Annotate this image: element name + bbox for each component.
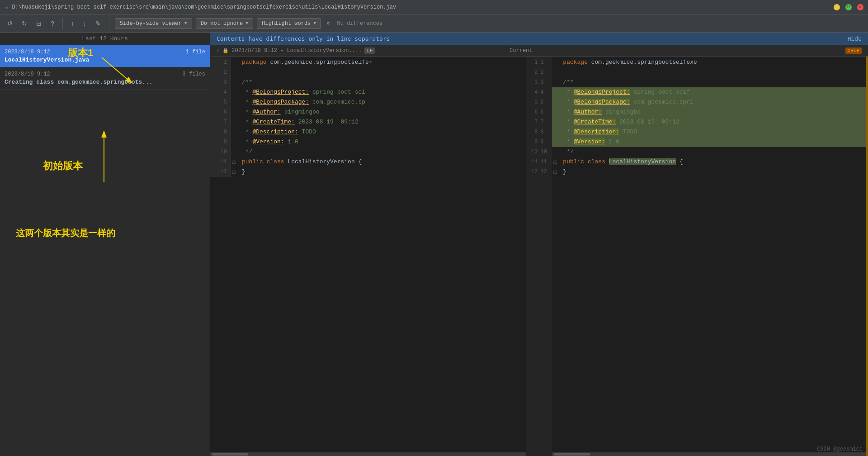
viewer-label: Side-by-side viewer — [120, 20, 182, 27]
history-item-1-header: 2023/8/19 9:12 1 file — [5, 49, 205, 55]
history-item-2[interactable]: 2023/8/19 9:12 3 files Creating class co… — [0, 67, 210, 90]
right-border-indicator — [866, 57, 868, 456]
left-marker-3 — [231, 77, 239, 87]
right-marker-6 — [552, 107, 560, 117]
hide-button[interactable]: Hide — [848, 35, 862, 42]
center-num-row-7: 77 — [526, 117, 552, 127]
highlight-dropdown-arrow: ▼ — [313, 21, 316, 26]
center-left-1: 1 — [534, 57, 538, 67]
left-code-area: 1 package com.geekmice.springbootselfe▾ … — [210, 57, 526, 452]
right-line-10: */ — [552, 147, 868, 157]
title-bar-path: D:\huasukeji\spring-boot-self-exercise\s… — [12, 4, 396, 10]
left-gutter-5: 5 — [210, 97, 231, 107]
left-gutter-2: 2 — [210, 67, 231, 77]
up-arrow-button[interactable]: ↑ — [68, 18, 77, 29]
viewer-dropdown[interactable]: Side-by-side viewer ▼ — [115, 18, 192, 29]
left-gutter-1: 1 — [210, 57, 231, 67]
right-marker-2 — [552, 67, 560, 77]
more-options[interactable]: » — [325, 19, 331, 28]
right-line-11: ⌂ public class LocalHistoryVersion { — [552, 157, 868, 167]
right-code-panel: package com.geekmice.springbootselfexe /… — [552, 57, 868, 456]
csdn-label: CSDN @geekmice — [817, 446, 863, 452]
center-num-row-9: 99 — [526, 137, 552, 147]
right-marker-3 — [552, 77, 560, 87]
left-panel-header: Last 12 Hours — [0, 33, 210, 45]
right-code-4: * @BelongsProject: spring-boot-self— — [560, 87, 868, 97]
left-line-4: 4 * @BelongsProject: spring-boot-sel — [210, 87, 526, 97]
left-code-12: } — [239, 167, 526, 177]
forward-button[interactable]: ↻ — [19, 18, 30, 29]
history-item-2-header: 2023/8/19 9:12 3 files — [5, 71, 205, 77]
left-line-5: 5 * @BelongsPackage: com.geekmice.sp — [210, 97, 526, 107]
left-code-3: /** — [239, 77, 526, 87]
right-code-6: * @Author: pingmingbo — [560, 107, 868, 117]
left-line-1: 1 package com.geekmice.springbootselfe▾ — [210, 57, 526, 67]
left-scrollbar[interactable] — [210, 452, 526, 456]
left-code-7: * @CreateTime: 2023-08-19 09:12 — [239, 117, 526, 127]
left-gutter-8: 8 — [210, 127, 231, 137]
left-file-timestamp: 2023/8/19 9:12 - LocalHistoryVersion.... — [231, 48, 362, 54]
center-num-row-6: 66 — [526, 107, 552, 117]
toolbar-separator-2 — [109, 18, 109, 29]
right-code-5: * @BelongsPackage: com.geekmice.spri — [560, 97, 868, 107]
left-marker-7 — [231, 117, 239, 127]
minimize-button[interactable]: — — [834, 4, 840, 10]
history-item-1-title: LocalHistoryVersion.java — [5, 57, 205, 63]
left-gutter-9: 9 — [210, 137, 231, 147]
highlight-dropdown[interactable]: Highlight words ▼ — [257, 18, 321, 29]
left-line-12: 12 ⌂ } — [210, 167, 526, 177]
left-marker-4 — [231, 87, 239, 97]
left-line-8: 8 * @Description: TODO — [210, 127, 526, 137]
left-code-panel: 1 package com.geekmice.springbootselfe▾ … — [210, 57, 526, 456]
right-line-1: package com.geekmice.springbootselfexe — [552, 57, 868, 67]
left-gutter-6: 6 — [210, 107, 231, 117]
right-scrollbar-thumb[interactable] — [554, 453, 590, 456]
left-scrollbar-thumb[interactable] — [212, 453, 248, 456]
left-gutter-10: 10 — [210, 147, 231, 157]
center-num-row-10: 1010 — [526, 147, 552, 157]
left-code-9: * @Version: 1.0 — [239, 137, 526, 147]
highlight-label: Highlight words — [262, 20, 311, 27]
left-line-10: 10 */ — [210, 147, 526, 157]
maximize-button[interactable]: □ — [845, 4, 852, 10]
right-code-9: * @Version: 1.0 — [560, 137, 868, 147]
right-marker-12: ⌂ — [552, 167, 560, 177]
left-code-6: * @Author: pingmingbo — [239, 107, 526, 117]
right-code-12: } — [560, 167, 868, 177]
ignore-label: Do not ignore — [201, 20, 243, 27]
left-marker-2 — [231, 67, 239, 77]
right-panel: Contents have differences only in line s… — [210, 33, 868, 456]
center-num-row-12: 1212 — [526, 167, 552, 177]
left-line-9: 9 * @Version: 1.0 — [210, 137, 526, 147]
left-marker-9 — [231, 137, 239, 147]
toolbar: ↺ ↻ ⊟ ? ↑ ↓ ✎ Side-by-side viewer ▼ Do n… — [0, 14, 868, 33]
java-file-icon: ☕ — [5, 3, 8, 11]
help-button[interactable]: ? — [48, 18, 57, 29]
center-num-row-2: 22 — [526, 67, 552, 77]
ignore-dropdown[interactable]: Do not ignore ▼ — [196, 18, 254, 29]
no-diff-label: No differences — [337, 20, 383, 27]
left-code-8: * @Description: TODO — [239, 127, 526, 137]
down-arrow-button[interactable]: ↓ — [80, 18, 89, 29]
right-marker-5 — [552, 97, 560, 107]
right-scrollbar[interactable] — [552, 452, 868, 456]
right-code-10: */ — [560, 147, 868, 157]
crlf-badge: CRLF — [845, 48, 862, 54]
left-marker-12: ⌂ — [231, 167, 239, 177]
left-code-2 — [239, 67, 526, 77]
left-code-10: */ — [239, 147, 526, 157]
close-button[interactable]: ✕ — [857, 4, 863, 10]
pencil-button[interactable]: ✎ — [93, 18, 104, 29]
initial-version-annotation: 初始版本 — [43, 159, 83, 173]
right-code-3: /** — [560, 77, 868, 87]
bookmark-button[interactable]: ⊟ — [33, 18, 44, 29]
history-item-2-title: Creating class com.geekmice.springboots.… — [5, 79, 205, 86]
history-item-1-date: 2023/8/19 9:12 — [5, 49, 50, 55]
history-item-1[interactable]: 2023/8/19 9:12 1 file LocalHistoryVersio… — [0, 45, 210, 67]
right-line-7: * @CreateTime: 2023-08-19 09:12 — [552, 117, 868, 127]
right-line-5: * @BelongsPackage: com.geekmice.spri — [552, 97, 868, 107]
history-item-1-filecount: 1 file — [186, 49, 205, 55]
right-line-8: * @Description: TODO — [552, 127, 868, 137]
back-button[interactable]: ↺ — [5, 18, 15, 29]
center-num-row-4: 44 — [526, 87, 552, 97]
